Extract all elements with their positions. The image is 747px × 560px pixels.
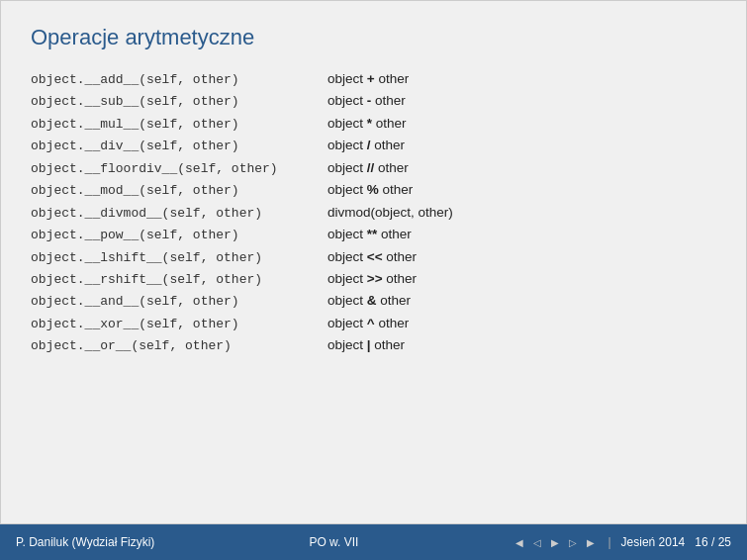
- slide-container: Operacje arytmetyczne object.__add__(sel…: [0, 0, 747, 524]
- table-row: object.__lshift__(self, other)object << …: [31, 246, 716, 268]
- table-row: object.__or__(self, other)object | other: [31, 334, 716, 356]
- table-row: object.__divmod__(self, other)divmod(obj…: [31, 202, 716, 224]
- table-row: object.__pow__(self, other)object ** oth…: [31, 224, 716, 245]
- operation-cell: object // other: [327, 157, 409, 179]
- operation-cell: object ** other: [327, 224, 412, 245]
- operation-cell: object - other: [327, 90, 406, 112]
- footer-separator: |: [607, 535, 610, 549]
- footer-author: P. Daniluk (Wydział Fizyki): [16, 535, 154, 549]
- nav-next-icon[interactable]: ▷: [566, 535, 580, 549]
- method-cell: object.__sub__(self, other): [31, 91, 327, 112]
- table-row: object.__and__(self, other)object & othe…: [31, 290, 716, 312]
- operation-cell: object / other: [327, 135, 405, 156]
- operation-cell: object + other: [327, 68, 409, 90]
- operation-cell: object >> other: [327, 268, 417, 290]
- operation-cell: object ^ other: [327, 313, 409, 334]
- operation-cell: object % other: [327, 179, 413, 201]
- operation-cell: object * other: [327, 113, 407, 135]
- footer-page: 16 / 25: [695, 535, 731, 549]
- footer-right: ◀ ◁ ▶ ▷ ▶ | Jesień 2014 16 / 25: [513, 535, 731, 549]
- method-cell: object.__or__(self, other): [31, 335, 327, 356]
- nav-first-icon[interactable]: ◀: [513, 535, 526, 549]
- method-cell: object.__pow__(self, other): [31, 225, 327, 245]
- table-row: object.__mul__(self, other)object * othe…: [31, 113, 716, 135]
- nav-prev-icon[interactable]: ◁: [530, 535, 544, 549]
- method-cell: object.__rshift__(self, other): [31, 269, 327, 290]
- operation-cell: divmod(object, other): [327, 202, 453, 224]
- method-cell: object.__and__(self, other): [31, 291, 327, 312]
- method-cell: object.__lshift__(self, other): [31, 247, 327, 268]
- method-cell: object.__mod__(self, other): [31, 180, 327, 201]
- slide-title: Operacje arytmetyczne: [31, 25, 716, 50]
- method-cell: object.__div__(self, other): [31, 136, 327, 156]
- footer-semester: Jesień 2014: [621, 535, 686, 549]
- table-row: object.__sub__(self, other)object - othe…: [31, 90, 716, 112]
- method-cell: object.__xor__(self, other): [31, 314, 327, 334]
- method-cell: object.__add__(self, other): [31, 69, 327, 90]
- table-row: object.__add__(self, other)object + othe…: [31, 68, 716, 90]
- method-cell: object.__divmod__(self, other): [31, 203, 327, 224]
- method-cell: object.__floordiv__(self, other): [31, 158, 327, 179]
- table-row: object.__xor__(self, other)object ^ othe…: [31, 313, 716, 334]
- nav-last-icon[interactable]: ▶: [584, 535, 598, 549]
- nav-icons: ◀ ◁ ▶ ▷ ▶: [513, 535, 598, 549]
- content-table: object.__add__(self, other)object + othe…: [31, 68, 716, 357]
- operation-cell: object & other: [327, 290, 411, 312]
- footer: P. Daniluk (Wydział Fizyki) PO w. VII ◀ …: [0, 524, 747, 560]
- table-row: object.__rshift__(self, other)object >> …: [31, 268, 716, 290]
- table-row: object.__floordiv__(self, other)object /…: [31, 157, 716, 179]
- operation-cell: object << other: [327, 246, 417, 268]
- operation-cell: object | other: [327, 334, 405, 356]
- nav-play-icon[interactable]: ▶: [548, 535, 562, 549]
- method-cell: object.__mul__(self, other): [31, 114, 327, 135]
- table-row: object.__mod__(self, other)object % othe…: [31, 179, 716, 201]
- table-row: object.__div__(self, other)object / othe…: [31, 135, 716, 156]
- footer-course: PO w. VII: [309, 535, 358, 549]
